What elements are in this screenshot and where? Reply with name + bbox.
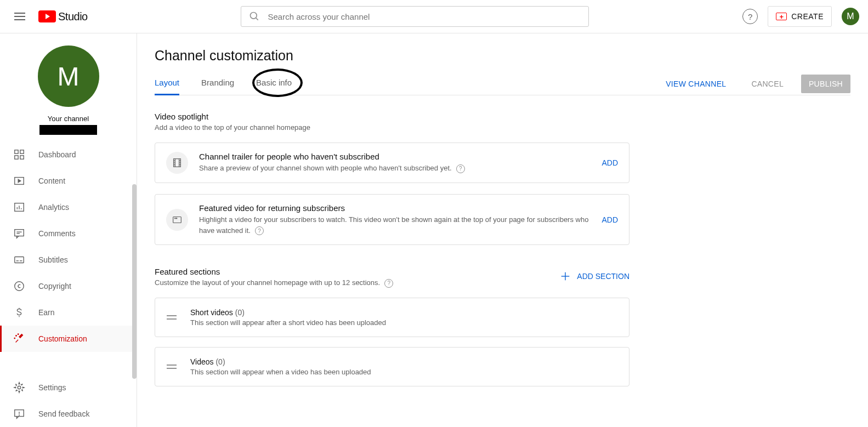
content-icon	[13, 175, 25, 187]
tab-layout[interactable]: Layout	[155, 78, 179, 95]
gear-icon	[13, 382, 25, 394]
card-title: Featured video for returning subscribers	[199, 203, 591, 213]
search-input[interactable]	[268, 12, 581, 21]
sidebar-item-label: Customization	[38, 334, 87, 343]
main-content: Channel customization Layout Branding Ba…	[137, 33, 868, 427]
search-box[interactable]	[241, 6, 589, 27]
tabs: Layout Branding Basic info	[155, 78, 292, 95]
sidebar-item-earn[interactable]: Earn	[0, 299, 137, 326]
feedback-icon	[13, 408, 25, 420]
help-icon[interactable]: ?	[456, 164, 465, 173]
create-label: CREATE	[791, 12, 824, 21]
svg-marker-7	[18, 179, 21, 183]
drag-handle-icon[interactable]	[166, 365, 177, 369]
sidebar-item-label: Comments	[38, 229, 76, 238]
featured-sections: Featured sections Customize the layout o…	[155, 267, 850, 386]
scrollbar[interactable]	[132, 184, 137, 379]
view-channel-button[interactable]: VIEW CHANNEL	[658, 75, 734, 93]
page-actions: VIEW CHANNEL CANCEL PUBLISH	[658, 75, 850, 93]
studio-logo[interactable]: Studio	[38, 10, 88, 23]
app-header: Studio ? + CREATE M	[0, 0, 868, 33]
add-section-label: ADD SECTION	[577, 272, 629, 281]
section-videos[interactable]: Videos (0) This section will appear when…	[155, 347, 629, 386]
sidebar-item-label: Copyright	[38, 282, 71, 291]
tab-branding[interactable]: Branding	[201, 78, 234, 95]
svg-point-23	[18, 334, 18, 334]
svg-rect-37	[173, 217, 181, 223]
sidebar-item-comments[interactable]: Comments	[0, 220, 137, 247]
sidebar-item-customization[interactable]: Customization	[0, 326, 137, 352]
svg-rect-15	[15, 257, 24, 263]
add-featured-button[interactable]: ADD	[602, 215, 618, 224]
section-desc: Customize the layout of your channel hom…	[155, 278, 393, 288]
tabs-row: Layout Branding Basic info VIEW CHANNEL …	[155, 78, 850, 95]
svg-point-0	[251, 13, 257, 19]
menu-button[interactable]	[9, 5, 31, 27]
add-trailer-button[interactable]: ADD	[602, 158, 618, 167]
add-section-button[interactable]: ADD SECTION	[559, 270, 629, 282]
svg-point-18	[15, 282, 24, 291]
svg-rect-3	[20, 150, 24, 153]
drag-handle-icon[interactable]	[166, 315, 177, 320]
sidebar-item-dashboard[interactable]: Dashboard	[0, 141, 137, 168]
sidebar-item-copyright[interactable]: Copyright	[0, 273, 137, 299]
customization-icon	[13, 333, 25, 345]
copyright-icon	[13, 280, 25, 292]
account-avatar[interactable]: M	[842, 8, 859, 25]
list-count: (0)	[215, 357, 225, 366]
dashboard-icon	[13, 149, 25, 161]
comments-icon	[13, 227, 25, 240]
search-icon	[249, 11, 260, 22]
card-desc: Share a preview of your channel shown wi…	[199, 163, 591, 174]
section-desc: Add a video to the top of your channel h…	[155, 123, 850, 132]
list-body: Short videos (0) This section will appea…	[190, 308, 618, 327]
hamburger-icon	[14, 13, 25, 20]
page-title: Channel customization	[155, 48, 850, 64]
sidebar-item-analytics[interactable]: Analytics	[0, 194, 137, 220]
svg-line-1	[256, 18, 258, 20]
sidebar-item-label: Subtitles	[38, 255, 68, 264]
cancel-button[interactable]: CANCEL	[744, 75, 791, 93]
svg-point-21	[16, 335, 16, 336]
svg-rect-4	[15, 156, 18, 159]
channel-label: Your channel	[48, 115, 89, 123]
subtitles-icon	[13, 254, 25, 266]
channel-info: M Your channel	[0, 45, 137, 135]
video-icon	[166, 209, 188, 231]
youtube-play-icon	[38, 10, 56, 22]
sidebar-item-settings[interactable]: Settings	[0, 374, 137, 401]
sidebar-nav: Dashboard Content Analytics Comments Sub…	[0, 141, 137, 352]
svg-point-39	[176, 218, 177, 218]
channel-name-redacted	[39, 125, 97, 135]
svg-rect-12	[15, 230, 24, 236]
list-title: Videos (0)	[190, 357, 618, 366]
channel-avatar[interactable]: M	[38, 45, 99, 107]
sidebar-item-feedback[interactable]: Send feedback	[0, 401, 137, 427]
list-title: Short videos (0)	[190, 308, 618, 317]
sidebar-item-subtitles[interactable]: Subtitles	[0, 247, 137, 273]
sidebar-item-content[interactable]: Content	[0, 168, 137, 194]
sidebar: M Your channel Dashboard Content Analyti…	[0, 33, 137, 427]
help-icon[interactable]: ?	[742, 9, 758, 24]
list-count: (0)	[235, 308, 245, 317]
featured-video-card: Featured video for returning subscribers…	[155, 194, 629, 245]
header-actions: ? + CREATE M	[742, 6, 859, 27]
create-plus-icon: +	[776, 13, 787, 20]
help-icon[interactable]: ?	[384, 279, 393, 288]
svg-rect-5	[20, 156, 24, 159]
svg-point-27	[19, 415, 20, 415]
card-desc: Highlight a video for your subscribers t…	[199, 214, 591, 236]
list-desc: This section will appear when a video ha…	[190, 368, 618, 376]
sidebar-bottom: Settings Send feedback	[0, 374, 137, 427]
film-icon	[166, 152, 188, 174]
svg-rect-2	[15, 150, 18, 153]
tab-basic-info[interactable]: Basic info	[256, 78, 292, 95]
analytics-icon	[13, 201, 25, 213]
plus-icon	[559, 270, 571, 282]
section-short-videos[interactable]: Short videos (0) This section will appea…	[155, 298, 629, 337]
help-icon[interactable]: ?	[255, 226, 264, 235]
search-container	[88, 6, 743, 27]
create-button[interactable]: + CREATE	[768, 6, 832, 27]
card-body: Channel trailer for people who haven't s…	[199, 152, 591, 174]
publish-button[interactable]: PUBLISH	[801, 75, 850, 93]
